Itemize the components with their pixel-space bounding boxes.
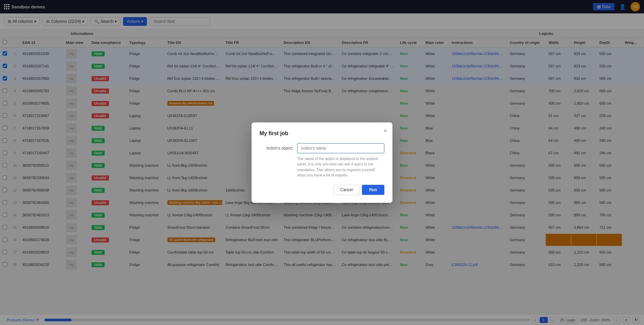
modal-action-name-input[interactable] xyxy=(297,143,384,153)
modal-hint-text: The name of the action is displayed in t… xyxy=(297,156,384,178)
run-button[interactable]: Run xyxy=(362,185,384,195)
modal-field-label: Action's object: xyxy=(260,143,293,151)
modal-footer: Cancel Run xyxy=(260,185,384,195)
cancel-button[interactable]: Cancel xyxy=(334,185,359,195)
modal-close-button[interactable]: × xyxy=(383,128,387,134)
modal-dialog: My first job × Action's object: The name… xyxy=(252,122,392,203)
modal-field-action-object: Action's object: The name of the action … xyxy=(260,143,384,178)
modal-overlay: My first job × Action's object: The name… xyxy=(0,0,644,325)
modal-title: My first job xyxy=(260,130,384,137)
modal-input-area: The name of the action is displayed in t… xyxy=(297,143,384,178)
